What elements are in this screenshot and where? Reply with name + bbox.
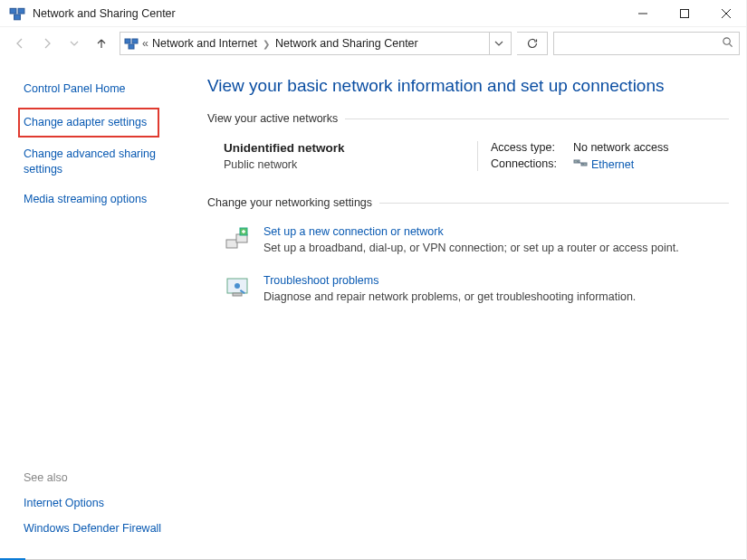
- svg-rect-2: [14, 14, 21, 20]
- svg-rect-0: [10, 8, 16, 14]
- sidebar-link-advanced-sharing[interactable]: Change advanced sharing settings: [24, 147, 177, 177]
- window-title: Network and Sharing Center: [33, 7, 176, 20]
- ethernet-icon: [573, 157, 588, 171]
- svg-rect-15: [226, 240, 237, 248]
- troubleshoot-item: Troubleshoot problems Diagnose and repai…: [224, 274, 729, 303]
- setup-connection-item: Set up a new connection or network Set u…: [224, 225, 729, 254]
- see-also-title: See also: [24, 471, 161, 484]
- svg-rect-9: [129, 44, 134, 49]
- access-type-label: Access type:: [491, 141, 557, 154]
- svg-rect-4: [681, 9, 689, 17]
- minimize-button[interactable]: [622, 0, 664, 27]
- close-button[interactable]: [705, 0, 747, 27]
- main-panel: View your basic network information and …: [195, 60, 747, 558]
- network-details: Access type: No network access Connectio…: [491, 141, 669, 171]
- svg-line-11: [729, 43, 732, 46]
- app-icon: [9, 5, 25, 22]
- back-button[interactable]: [7, 31, 33, 56]
- active-networks-text: View your active networks: [207, 112, 338, 125]
- vertical-divider: [477, 141, 478, 171]
- content-area: Control Panel Home Change adapter settin…: [0, 60, 747, 558]
- setup-connection-desc: Set up a broadband, dial-up, or VPN conn…: [263, 242, 679, 254]
- setup-connection-link[interactable]: Set up a new connection or network: [263, 225, 679, 238]
- breadcrumb-prefix-icon: «: [142, 37, 148, 50]
- setup-connection-icon: [224, 225, 251, 252]
- connection-link-ethernet[interactable]: Ethernet: [573, 157, 669, 171]
- svg-rect-19: [233, 293, 242, 296]
- breadcrumb-icon: [124, 36, 139, 51]
- change-settings-text: Change your networking settings: [207, 196, 372, 209]
- see-also-internet-options[interactable]: Internet Options: [24, 497, 161, 509]
- connection-name: Ethernet: [591, 158, 634, 171]
- forward-button[interactable]: [34, 31, 60, 56]
- refresh-button[interactable]: [517, 32, 548, 55]
- troubleshoot-link[interactable]: Troubleshoot problems: [263, 274, 636, 287]
- svg-rect-8: [132, 39, 138, 43]
- svg-rect-7: [125, 39, 130, 43]
- sidebar-link-adapter-settings[interactable]: Change adapter settings: [18, 108, 159, 138]
- search-box[interactable]: [553, 32, 740, 55]
- breadcrumb-separator-icon[interactable]: ❯: [263, 39, 270, 49]
- see-also-firewall[interactable]: Windows Defender Firewall: [24, 522, 161, 535]
- troubleshoot-icon: [224, 274, 251, 301]
- network-identity: Unidentified network Public network: [224, 141, 477, 171]
- troubleshoot-desc: Diagnose and repair network problems, or…: [263, 290, 636, 303]
- active-network-row: Unidentified network Public network Acce…: [224, 141, 729, 171]
- sidebar-link-media-streaming[interactable]: Media streaming options: [24, 192, 195, 207]
- search-icon: [722, 36, 733, 51]
- maximize-button[interactable]: [664, 0, 705, 27]
- address-history-dropdown[interactable]: [489, 33, 507, 54]
- window-controls: [622, 0, 747, 27]
- sidebar: Control Panel Home Change adapter settin…: [0, 60, 195, 558]
- breadcrumb-current[interactable]: Network and Sharing Center: [273, 37, 420, 50]
- address-bar[interactable]: « Network and Internet ❯ Network and Sha…: [120, 32, 512, 55]
- page-heading: View your basic network information and …: [207, 76, 729, 96]
- recent-dropdown[interactable]: [62, 31, 87, 56]
- svg-point-10: [723, 38, 730, 44]
- titlebar: Network and Sharing Center: [0, 0, 747, 27]
- see-also: See also Internet Options Windows Defend…: [24, 471, 161, 547]
- breadcrumb-parent[interactable]: Network and Internet: [150, 37, 259, 50]
- svg-rect-1: [18, 8, 24, 14]
- network-type: Public network: [224, 158, 477, 171]
- connections-label: Connections:: [491, 157, 557, 171]
- navbar: « Network and Internet ❯ Network and Sha…: [0, 27, 747, 60]
- sidebar-link-home[interactable]: Control Panel Home: [24, 81, 195, 97]
- change-settings-label: Change your networking settings: [207, 196, 729, 209]
- section-rule: [379, 203, 729, 204]
- active-networks-label: View your active networks: [207, 112, 729, 125]
- access-type-value: No network access: [573, 141, 669, 154]
- section-rule: [345, 119, 729, 119]
- network-name: Unidentified network: [224, 141, 477, 155]
- svg-point-20: [235, 283, 240, 289]
- up-button[interactable]: [89, 31, 114, 56]
